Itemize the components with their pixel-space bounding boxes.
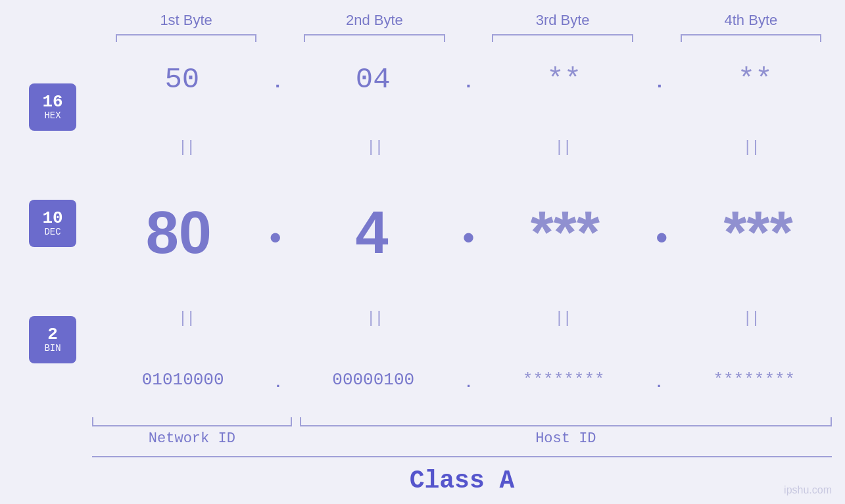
bin-value-1: 01010000 [142,370,224,390]
hex-cell-3: ** [474,63,654,96]
sep-cell-8: || [657,309,845,329]
dec-dot-2: • [458,221,478,245]
byte-label-3: 3rd Byte [469,12,657,29]
sep-cell-2: || [280,137,468,157]
byte-label-1: 1st Byte [92,12,280,29]
main-container: 1st Byte 2nd Byte 3rd Byte 4th Byte 16 H… [0,0,845,504]
dec-dot-3: • [652,221,671,245]
bottom-brackets [92,417,832,426]
hex-badge-number: 16 [42,93,62,110]
byte-label-2: 2nd Byte [280,12,468,29]
hex-dot-1: . [272,72,283,86]
bin-dot-icon-3: . [654,375,663,392]
bin-badge: 2 BIN [29,316,76,363]
bottom-section: Network ID Host ID Class A [0,417,845,504]
hex-dot-3: . [654,72,665,86]
double-bar-6: || [366,309,383,327]
bin-dot-icon-2: . [464,375,473,392]
double-bar-8: || [742,309,759,327]
double-bar-4: || [742,139,759,156]
sep-cell-5: || [92,309,280,329]
hex-value-2: 04 [356,63,391,96]
double-bar-1: || [178,139,195,156]
top-brackets [0,34,845,42]
bracket-1 [92,34,280,42]
hex-cell-2: 04 [283,63,463,96]
watermark: ipshu.com [784,484,832,496]
data-area: 50 . 04 . ** . [92,42,845,417]
dec-value-3: *** [531,199,600,267]
class-bracket [92,456,832,457]
bracket-2 [280,34,468,42]
dec-dot-icon-2: • [458,221,478,258]
data-rows: 50 . 04 . ** . [92,42,845,417]
double-bar-5: || [178,309,195,327]
dec-cell-4: *** [671,199,845,267]
hex-row: 50 . 04 . ** . [92,63,845,96]
bin-cell-4: ******** [664,370,845,390]
bin-dot-2: . [464,375,473,385]
bracket-line-1 [116,34,257,42]
dec-cell-3: *** [479,199,652,267]
hex-cell-4: ** [665,63,845,96]
sep-cell-6: || [280,309,468,329]
hex-badge-label: HEX [44,110,60,121]
dec-dot-icon-1: • [266,221,285,258]
bracket-line-3 [492,34,633,42]
sep-cell-1: || [92,137,280,157]
double-bar-2: || [366,139,383,156]
host-bracket [300,417,832,426]
bracket-4 [657,34,845,42]
bin-value-4: ******** [713,370,795,390]
dec-cell-2: 4 [285,199,459,267]
bin-dot-icon-1: . [274,375,282,392]
sep-row-2: || || || || [92,309,845,329]
bin-cell-1: 01010000 [92,370,274,390]
dec-badge: 10 DEC [29,200,76,247]
dec-value-4: *** [724,199,793,267]
class-label: Class A [92,467,832,504]
id-labels-row: Network ID Host ID [92,430,832,447]
hex-cell-1: 50 [92,63,272,96]
dec-value-2: 4 [356,199,389,267]
bin-badge-label: BIN [44,343,60,354]
dec-row: 80 • 4 • *** • [92,199,845,267]
sep-cell-7: || [469,309,657,329]
host-id-label: Host ID [300,430,832,447]
bin-value-3: ******** [523,370,605,390]
double-bar-3: || [554,139,571,156]
double-bar-7: || [554,309,571,327]
hex-badge: 16 HEX [29,83,76,131]
bin-row: 01010000 . 00000100 . ******** [92,370,845,390]
bracket-line-4 [681,34,822,42]
header-row: 1st Byte 2nd Byte 3rd Byte 4th Byte [0,0,845,29]
byte-label-4: 4th Byte [657,12,845,29]
bin-cell-3: ******** [473,370,654,390]
dec-dot-icon-3: • [652,221,671,258]
badges-column: 16 HEX 10 DEC 2 BIN [13,42,92,417]
sep-row-1: || || || || [92,137,845,157]
hex-value-3: ** [546,63,581,96]
dec-cell-1: 80 [92,199,266,267]
bin-cell-2: 00000100 [283,370,464,390]
bin-badge-number: 2 [47,326,58,343]
bin-dot-1: . [274,375,282,385]
bracket-line-2 [304,34,445,42]
network-id-label: Network ID [92,430,292,447]
hex-dot-2: . [463,72,474,86]
dec-dot-1: • [266,221,285,245]
dec-badge-label: DEC [44,227,60,237]
bin-value-2: 00000100 [332,370,414,390]
sep-cell-4: || [657,137,845,157]
dec-value-1: 80 [146,199,212,267]
network-bracket [92,417,292,426]
bin-dot-3: . [654,375,663,385]
content-area: 16 HEX 10 DEC 2 BIN 50 . [0,42,845,417]
hex-value-4: ** [738,63,773,96]
dot-icon-3: . [654,72,665,93]
dec-badge-number: 10 [42,210,62,227]
bracket-3 [469,34,657,42]
dot-icon-1: . [272,72,283,93]
sep-cell-3: || [469,137,657,157]
hex-value-1: 50 [164,63,199,96]
